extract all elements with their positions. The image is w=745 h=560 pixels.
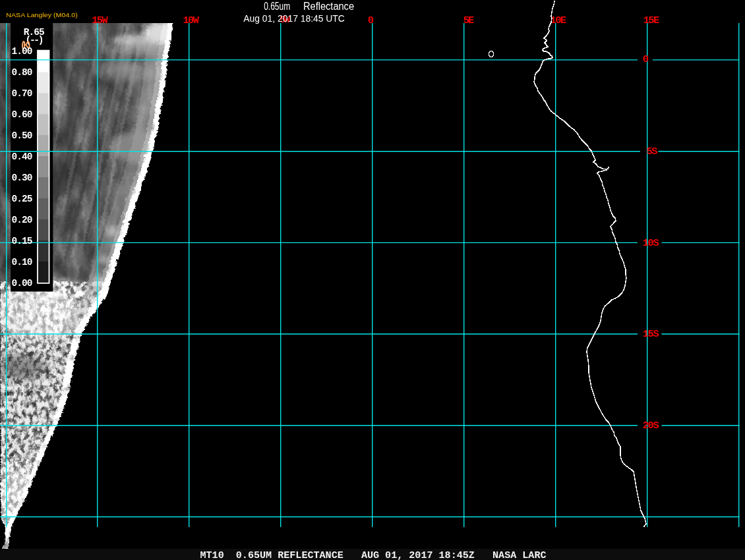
svg-text:0.50: 0.50 (12, 130, 33, 141)
svg-text:0.40: 0.40 (12, 152, 33, 162)
svg-text:0: 0 (643, 53, 649, 65)
svg-text:0.65um: 0.65um (264, 1, 290, 12)
svg-text:0.60: 0.60 (12, 109, 33, 120)
svg-text:5E: 5E (463, 14, 475, 26)
svg-text:0.15: 0.15 (12, 236, 33, 246)
svg-text:5S: 5S (647, 146, 658, 157)
svg-text:10W: 10W (183, 14, 200, 26)
svg-text:Reflectance: Reflectance (303, 1, 354, 12)
svg-text:0.10: 0.10 (12, 257, 33, 267)
svg-text:15W: 15W (92, 14, 108, 26)
svg-text:NASA Langley (M04.0): NASA Langley (M04.0) (6, 11, 77, 18)
svg-text:0.30: 0.30 (12, 173, 33, 183)
svg-text:0.20: 0.20 (12, 215, 33, 225)
svg-text:Aug 01, 2017 18:45 UTC: Aug 01, 2017 18:45 UTC (243, 13, 345, 24)
svg-text:0.70: 0.70 (12, 88, 33, 99)
svg-text:15E: 15E (643, 14, 660, 26)
svg-text:20S: 20S (643, 420, 659, 432)
svg-text:10S: 10S (643, 237, 659, 249)
svg-text:0: 0 (368, 14, 374, 26)
svg-text:0.25: 0.25 (12, 194, 33, 204)
svg-text:0.80: 0.80 (12, 67, 33, 78)
svg-text:15S: 15S (643, 328, 659, 340)
svg-text:0.00: 0.00 (12, 278, 33, 289)
svg-text:1.00: 1.00 (12, 46, 33, 57)
svg-text:MT10 0.65UM REFLECTANCE AUG: MT10 0.65UM REFLECTANCE AUG 01, 2017 18:… (200, 549, 547, 560)
svg-text:10E: 10E (551, 14, 567, 26)
